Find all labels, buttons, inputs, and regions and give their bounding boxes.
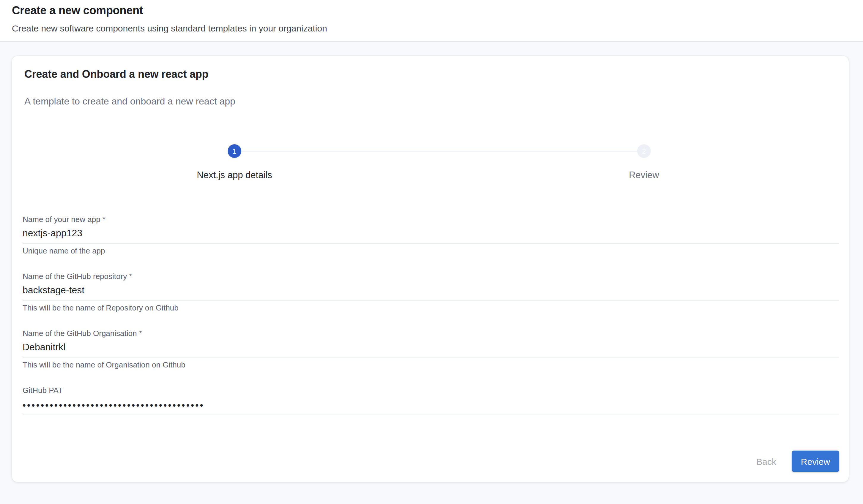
page-subtitle: Create new software components using sta… bbox=[12, 23, 851, 34]
step-1-label: Next.js app details bbox=[197, 170, 272, 180]
step-2-circle: 2 bbox=[637, 144, 651, 158]
card-footer: Back Review bbox=[12, 451, 849, 482]
github-repository-label: Name of the GitHub repository * bbox=[23, 272, 839, 281]
github-organisation-helper: This will be the name of Organisation on… bbox=[23, 360, 839, 369]
github-pat-label: GitHub PAT bbox=[23, 386, 839, 395]
field-github-organisation: Name of the GitHub Organisation * This w… bbox=[23, 329, 839, 369]
scaffolder-page: Create a new component Create new softwa… bbox=[0, 0, 863, 504]
main-content: Create and Onboard a new react app A tem… bbox=[0, 41, 863, 504]
field-github-pat: GitHub PAT bbox=[23, 386, 839, 414]
app-name-input[interactable] bbox=[23, 228, 839, 243]
github-repository-helper: This will be the name of Repository on G… bbox=[23, 303, 839, 312]
back-button[interactable]: Back bbox=[749, 451, 783, 471]
app-name-label: Name of your new app * bbox=[23, 215, 839, 224]
field-github-repository: Name of the GitHub repository * This wil… bbox=[23, 272, 839, 312]
github-organisation-input[interactable] bbox=[23, 342, 839, 357]
github-organisation-label: Name of the GitHub Organisation * bbox=[23, 329, 839, 338]
page-header: Create a new component Create new softwa… bbox=[0, 0, 863, 41]
step-2-number: 2 bbox=[642, 147, 646, 155]
field-app-name: Name of your new app * Unique name of th… bbox=[23, 215, 839, 255]
github-repository-input[interactable] bbox=[23, 285, 839, 300]
step-1-number: 1 bbox=[233, 147, 236, 155]
template-description: A template to create and onboard a new r… bbox=[24, 95, 836, 107]
stepper: 1 Next.js app details 2 Review bbox=[12, 144, 849, 180]
review-button[interactable]: Review bbox=[792, 451, 839, 472]
step-2-label: Review bbox=[629, 170, 659, 180]
step-review: 2 Review bbox=[439, 144, 849, 180]
app-name-helper: Unique name of the app bbox=[23, 246, 839, 255]
page-title: Create a new component bbox=[12, 3, 851, 18]
card-header: Create and Onboard a new react app A tem… bbox=[12, 56, 849, 107]
template-form: Name of your new app * Unique name of th… bbox=[23, 215, 839, 431]
step-1-circle: 1 bbox=[228, 144, 241, 158]
template-card: Create and Onboard a new react app A tem… bbox=[12, 56, 849, 482]
github-pat-input[interactable] bbox=[23, 399, 839, 414]
step-nextjs-app-details: 1 Next.js app details bbox=[30, 144, 439, 180]
template-title: Create and Onboard a new react app bbox=[24, 68, 836, 81]
